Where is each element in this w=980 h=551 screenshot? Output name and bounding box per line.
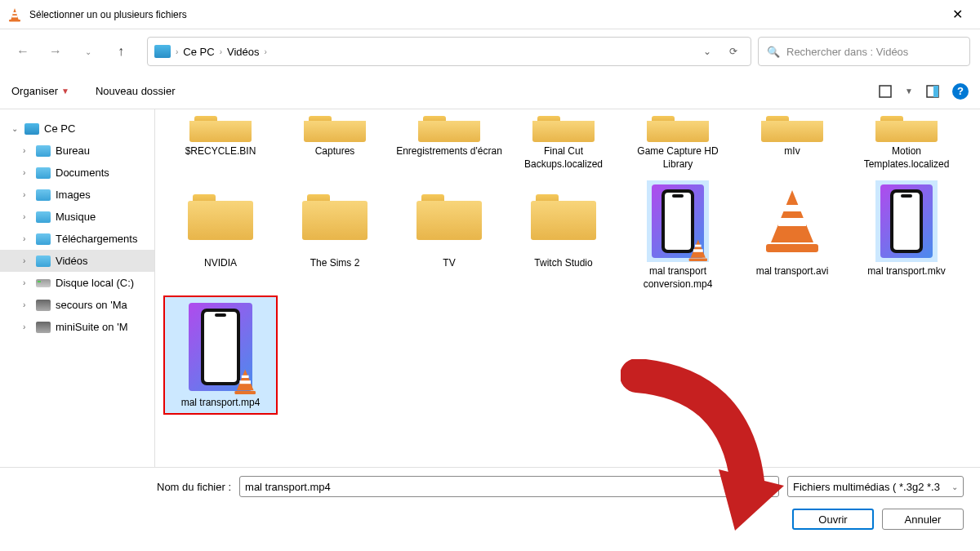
folder-icon xyxy=(302,194,368,240)
breadcrumb[interactable]: › Ce PC › Vidéos › ⌄ ⟳ xyxy=(147,37,751,66)
sidebar-root-label: Ce PC xyxy=(44,122,75,135)
sidebar-item-videos[interactable]: ›Vidéos xyxy=(0,250,154,272)
chevron-right-icon: › xyxy=(23,168,31,177)
chevron-right-icon: › xyxy=(23,256,31,265)
sidebar-item-images[interactable]: ›Images xyxy=(0,184,154,206)
filename-row: Nom du fichier : Fichiers multimédias ( … xyxy=(16,476,964,497)
chevron-right-icon: › xyxy=(23,322,31,331)
folder-icon xyxy=(416,194,482,240)
file-item[interactable]: Twitch Studio xyxy=(506,176,621,295)
file-name: Final Cut Backups.localized xyxy=(510,145,617,171)
up-button[interactable]: ↑ xyxy=(108,38,134,64)
pc-icon xyxy=(154,45,171,58)
breadcrumb-dropdown[interactable]: ⌄ xyxy=(697,42,718,60)
file-item[interactable]: The Sims 2 xyxy=(278,176,392,295)
file-item[interactable]: mal transport.mkv xyxy=(849,176,964,295)
sidebar-item-secours[interactable]: ›secours on 'Ma xyxy=(0,294,154,316)
filetype-dropdown[interactable]: Fichiers multimédias ( *.3g2 *.3 ⌄ xyxy=(787,476,964,497)
breadcrumb-ce-pc[interactable]: Ce PC xyxy=(183,46,214,58)
file-item[interactable]: Enregistrements d'écran xyxy=(392,114,506,176)
file-name: mal transport.avi xyxy=(756,265,829,278)
toolbar: Organiser ▼ Nouveau dossier ▼ ? xyxy=(0,73,980,109)
file-item[interactable]: NVIDIA xyxy=(163,176,278,295)
chevron-right-icon: › xyxy=(23,234,31,243)
file-name: mal transport conversion.mp4 xyxy=(625,265,731,291)
video-thumbnail-icon xyxy=(652,184,704,258)
file-item[interactable]: TV xyxy=(392,176,506,295)
file-item[interactable]: Motion Templates.localized xyxy=(849,114,964,176)
chevron-down-icon[interactable]: ▼ xyxy=(905,87,913,96)
titlebar: Sélectionner un ou plusieurs fichiers ✕ xyxy=(0,0,980,29)
folder-icon xyxy=(36,211,51,223)
file-name: mIv xyxy=(784,145,800,158)
sidebar-item-label: miniSuite on 'M xyxy=(56,321,127,333)
filetype-label: Fichiers multimédias ( *.3g2 *.3 xyxy=(793,481,940,493)
folder-icon xyxy=(531,194,596,240)
folder-icon xyxy=(36,233,51,245)
file-item-selected[interactable]: mal transport.mp4 xyxy=(163,295,278,415)
network-drive-icon xyxy=(36,300,51,311)
sidebar-item-documents[interactable]: ›Documents xyxy=(0,162,154,184)
file-name: Enregistrements d'écran xyxy=(396,145,502,158)
organize-button[interactable]: Organiser ▼ xyxy=(11,85,69,97)
folder-icon xyxy=(532,121,595,142)
svg-marker-0 xyxy=(11,8,19,20)
folder-icon xyxy=(36,189,51,201)
sidebar: ⌄ Ce PC ›Bureau ›Documents ›Images ›Musi… xyxy=(0,109,155,467)
chevron-down-icon: ▼ xyxy=(61,87,69,96)
sidebar-item-disque-local[interactable]: ›Disque local (C:) xyxy=(0,272,154,294)
back-button[interactable]: ← xyxy=(10,38,36,64)
open-button[interactable]: Ouvrir xyxy=(792,509,874,530)
file-name: The Sims 2 xyxy=(310,257,360,270)
sidebar-item-label: Musique xyxy=(56,211,96,223)
sidebar-item-label: Vidéos xyxy=(56,255,88,267)
file-name: Twitch Studio xyxy=(534,257,592,270)
breadcrumb-videos[interactable]: Vidéos xyxy=(227,46,260,58)
preview-icon xyxy=(925,84,940,99)
file-grid: $RECYCLE.BIN Captures Enregistrements d'… xyxy=(155,109,980,467)
chevron-right-icon: › xyxy=(176,47,178,56)
file-item[interactable]: Game Capture HD Library xyxy=(621,114,735,176)
sidebar-item-telechargements[interactable]: ›Téléchargements xyxy=(0,228,154,250)
buttons-row: Ouvrir Annuler xyxy=(16,509,964,530)
new-folder-button[interactable]: Nouveau dossier xyxy=(96,85,176,97)
preview-pane-button[interactable] xyxy=(921,80,944,103)
close-button[interactable]: ✕ xyxy=(941,2,973,27)
folder-icon xyxy=(761,121,823,142)
file-name: TV xyxy=(443,257,455,270)
video-thumbnail-icon xyxy=(880,184,933,258)
organize-label: Organiser xyxy=(11,85,58,97)
recent-dropdown[interactable]: ⌄ xyxy=(75,38,101,64)
chevron-right-icon: › xyxy=(23,300,31,309)
search-placeholder: Rechercher dans : Vidéos xyxy=(786,46,908,58)
forward-button[interactable]: → xyxy=(42,38,69,64)
chevron-right-icon: › xyxy=(23,212,31,221)
chevron-down-icon: ⌄ xyxy=(951,482,958,491)
sidebar-item-minisuite[interactable]: ›miniSuite on 'M xyxy=(0,316,154,338)
chevron-right-icon: › xyxy=(23,190,31,199)
file-name: Game Capture HD Library xyxy=(625,145,731,171)
folder-icon xyxy=(36,145,51,157)
svg-rect-4 xyxy=(880,86,891,97)
filename-label: Nom du fichier : xyxy=(157,481,231,493)
search-input[interactable]: 🔍 Rechercher dans : Vidéos xyxy=(758,37,970,66)
file-item[interactable]: mal transport.avi xyxy=(735,176,849,295)
view-mode-button[interactable] xyxy=(874,80,897,103)
file-item[interactable]: $RECYCLE.BIN xyxy=(163,114,278,176)
sidebar-item-musique[interactable]: ›Musique xyxy=(0,206,154,228)
vlc-cone-icon xyxy=(7,7,23,23)
cancel-button[interactable]: Annuler xyxy=(882,509,964,530)
refresh-button[interactable]: ⟳ xyxy=(723,42,744,60)
sidebar-item-bureau[interactable]: ›Bureau xyxy=(0,140,154,162)
main-area: ⌄ Ce PC ›Bureau ›Documents ›Images ›Musi… xyxy=(0,109,980,467)
video-thumbnail-icon xyxy=(189,303,252,391)
help-button[interactable]: ? xyxy=(952,83,969,100)
sidebar-item-label: Images xyxy=(56,189,91,201)
filename-input[interactable] xyxy=(239,476,779,497)
file-item[interactable]: mal transport conversion.mp4 xyxy=(621,176,735,295)
file-item[interactable]: mIv xyxy=(735,114,849,176)
file-item[interactable]: Final Cut Backups.localized xyxy=(506,114,621,176)
file-item[interactable]: Captures xyxy=(278,114,392,176)
nav-row: ← → ⌄ ↑ › Ce PC › Vidéos › ⌄ ⟳ 🔍 Recherc… xyxy=(0,29,980,73)
sidebar-root-ce-pc[interactable]: ⌄ Ce PC xyxy=(0,118,154,140)
